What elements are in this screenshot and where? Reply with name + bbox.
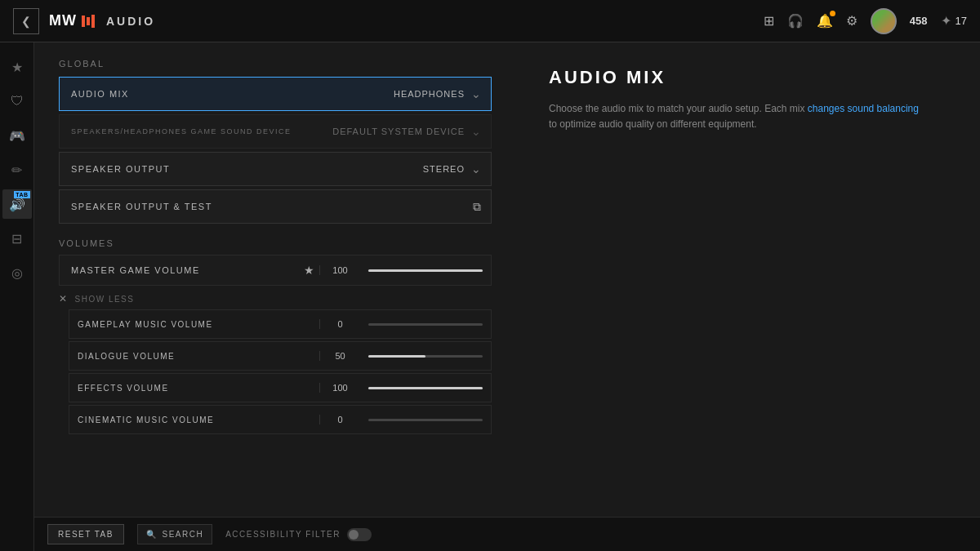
- logo: MW: [49, 12, 95, 29]
- toggle-knob: [349, 530, 359, 540]
- gameplay-music-row[interactable]: GAMEPLAY MUSIC VOLUME 0: [69, 309, 492, 339]
- bar1: [82, 16, 85, 27]
- slider-track-cm: [368, 419, 483, 421]
- effects-volume-label: EFFECTS VOLUME: [69, 384, 319, 393]
- slider-fill-ev: [368, 387, 483, 389]
- network-icon: ◎: [11, 265, 23, 281]
- sidebar: ★ 🛡 🎮 ✏ 🔊 TAB ⊟ ◎: [0, 42, 34, 551]
- sub-volumes: GAMEPLAY MUSIC VOLUME 0 DIALOGUE VOLUME …: [59, 309, 492, 434]
- reset-tab-button[interactable]: RESET TAB: [47, 524, 124, 544]
- shield-icon: 🛡: [11, 94, 24, 109]
- tab-badge: TAB: [14, 191, 29, 198]
- cinematic-music-label: CINEMATIC MUSIC VOLUME: [69, 415, 319, 424]
- global-section-label: GLOBAL: [59, 59, 492, 69]
- dialogue-volume-row[interactable]: DIALOGUE VOLUME 50: [69, 341, 492, 371]
- favorites-icon: ★: [11, 60, 23, 75]
- sidebar-item-favorites[interactable]: ★: [2, 52, 32, 82]
- volumes-section: VOLUMES MASTER GAME VOLUME ★ 100 ✕ SHOW …: [59, 238, 492, 434]
- desc-end: to optimize audio quality on different e…: [549, 118, 757, 130]
- master-volume-value: 100: [319, 265, 360, 275]
- speaker-output-label: SPEAKER OUTPUT: [60, 164, 399, 174]
- right-panel-description: Choose the audio mix to match your audio…: [549, 101, 924, 132]
- master-volume-slider[interactable]: [360, 269, 491, 272]
- audio-mix-current: HEADPHONES: [394, 89, 465, 99]
- open-external-icon: ⧉: [473, 200, 481, 214]
- audio-mix-row[interactable]: AUDIO MIX HEADPHONES ⌄: [59, 77, 492, 111]
- speaker-device-label: SPEAKERS/HEADPHONES GAME SOUND DEVICE: [60, 127, 332, 136]
- nav-right: ⊞ 🎧 🔔 ⚙ 458 ✦ 17: [764, 8, 967, 34]
- speaker-device-current: DEFAULT SYSTEM DEVICE: [332, 127, 465, 136]
- speaker-test-value: ⧉: [473, 200, 491, 214]
- speaker-test-row[interactable]: SPEAKER OUTPUT & TEST ⧉: [59, 189, 492, 224]
- speaker-output-row[interactable]: SPEAKER OUTPUT STEREO ⌄: [59, 152, 492, 186]
- master-volume-row[interactable]: MASTER GAME VOLUME ★ 100: [59, 255, 492, 286]
- show-less-label: SHOW LESS: [75, 295, 135, 304]
- bell-icon[interactable]: 🔔: [817, 13, 833, 29]
- speaker-device-row[interactable]: SPEAKERS/HEADPHONES GAME SOUND DEVICE DE…: [59, 114, 492, 149]
- sidebar-item-display[interactable]: ⊟: [2, 224, 32, 253]
- main-content: GLOBAL AUDIO MIX HEADPHONES ⌄ SPEAKERS/H…: [34, 42, 980, 517]
- cinematic-music-row[interactable]: CINEMATIC MUSIC VOLUME 0: [69, 405, 492, 434]
- rank-icon: ✦: [941, 13, 951, 29]
- speaker-test-label: SPEAKER OUTPUT & TEST: [60, 202, 473, 211]
- logo-bars: [82, 15, 95, 28]
- page-title: AUDIO: [106, 15, 155, 28]
- effects-volume-slider[interactable]: [360, 387, 491, 389]
- slider-track-gm: [368, 323, 483, 326]
- close-icon: ✕: [59, 293, 69, 304]
- slider-track: [368, 269, 483, 272]
- bar3: [91, 15, 95, 28]
- top-navigation: ❮ MW AUDIO ⊞ 🎧 🔔 ⚙ 458 ✦ 17: [0, 0, 980, 42]
- chevron-down-icon-2: ⌄: [471, 125, 481, 138]
- xp-count: 458: [910, 15, 928, 27]
- gear-icon[interactable]: ⚙: [846, 13, 858, 29]
- sidebar-item-network[interactable]: ◎: [2, 258, 32, 287]
- dialogue-volume-slider[interactable]: [360, 355, 491, 358]
- gameplay-music-slider[interactable]: [360, 323, 491, 326]
- cinematic-music-value: 0: [319, 415, 360, 424]
- grid-icon[interactable]: ⊞: [764, 13, 774, 29]
- master-star-icon: ★: [304, 264, 314, 277]
- back-icon: ❮: [21, 15, 31, 28]
- sidebar-item-pencil[interactable]: ✏: [2, 155, 32, 184]
- slider-track-ev: [368, 387, 483, 389]
- sidebar-item-shield[interactable]: 🛡: [2, 87, 32, 116]
- search-label: SEARCH: [162, 530, 203, 539]
- cinematic-music-slider[interactable]: [360, 419, 491, 421]
- headphones-icon[interactable]: 🎧: [787, 13, 804, 29]
- volumes-label: VOLUMES: [59, 238, 492, 248]
- gameplay-music-label: GAMEPLAY MUSIC VOLUME: [69, 320, 319, 329]
- sidebar-item-audio[interactable]: 🔊 TAB: [2, 189, 32, 219]
- accessibility-toggle[interactable]: [347, 528, 372, 541]
- display-icon: ⊟: [11, 231, 22, 247]
- desc-link[interactable]: changes sound balancing: [808, 103, 919, 114]
- notification-dot: [830, 11, 835, 16]
- logo-text: MW: [49, 12, 77, 29]
- back-button[interactable]: ❮: [13, 8, 39, 34]
- show-less-button[interactable]: ✕ SHOW LESS: [59, 288, 492, 309]
- right-panel: AUDIO MIX Choose the audio mix to match …: [516, 42, 980, 517]
- rank-number: 17: [956, 15, 967, 27]
- audio-mix-label: AUDIO MIX: [60, 89, 394, 99]
- audio-mix-value: HEADPHONES ⌄: [394, 87, 491, 100]
- search-button[interactable]: 🔍 SEARCH: [137, 524, 212, 544]
- accessibility-label: ACCESSIBILITY FILTER: [225, 530, 341, 539]
- speaker-output-current: STEREO: [399, 164, 465, 174]
- effects-volume-row[interactable]: EFFECTS VOLUME 100: [69, 373, 492, 402]
- rank-display: ✦ 17: [941, 13, 967, 29]
- effects-volume-value: 100: [319, 383, 360, 393]
- avatar: [871, 8, 897, 34]
- sidebar-item-controller[interactable]: 🎮: [2, 121, 32, 150]
- desc-start: Choose the audio mix to match your audio…: [549, 103, 808, 114]
- speaker-device-value: DEFAULT SYSTEM DEVICE ⌄: [332, 125, 491, 138]
- master-volume-label: MASTER GAME VOLUME: [60, 265, 304, 275]
- audio-icon: 🔊: [9, 197, 25, 212]
- slider-fill-dv: [368, 355, 425, 358]
- dialogue-volume-value: 50: [319, 351, 360, 361]
- gameplay-music-value: 0: [319, 319, 360, 329]
- bottom-bar: RESET TAB 🔍 SEARCH ACCESSIBILITY FILTER: [34, 517, 980, 551]
- search-icon: 🔍: [146, 530, 158, 539]
- dialogue-volume-label: DIALOGUE VOLUME: [69, 352, 319, 361]
- slider-track-dv: [368, 355, 483, 358]
- chevron-down-icon-3: ⌄: [471, 162, 481, 176]
